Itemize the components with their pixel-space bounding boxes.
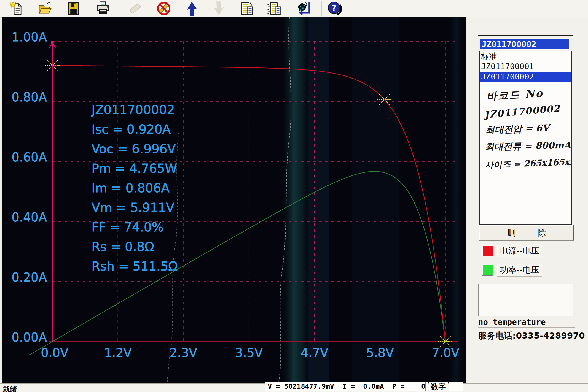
legend-label: 电流--电压 — [497, 245, 542, 257]
delete-button[interactable]: 删 除 — [479, 225, 574, 240]
service-phone: 服务电话:0335-4289970 — [478, 327, 575, 342]
export-data-button[interactable] — [294, 1, 314, 16]
measurement-list[interactable]: 标准 JZ011700001 JZ011700002 바코드 No JZ0117… — [479, 51, 572, 225]
report-icon — [239, 1, 254, 16]
printer-icon — [96, 1, 111, 16]
y-axis-arrow-dot — [51, 41, 54, 44]
svg-text:?: ? — [332, 3, 337, 13]
status-mode-digital: 数字 — [429, 382, 448, 391]
eraser-button[interactable] — [125, 1, 145, 16]
toolbar-separator — [234, 1, 234, 16]
y-tick-label: 0.40A — [12, 210, 47, 224]
print-button[interactable] — [93, 1, 113, 16]
report-detail-icon — [267, 1, 281, 16]
no-edit-icon — [156, 1, 171, 16]
x-tick-label: 5.8V — [366, 346, 394, 360]
x-tick-label: 7.0V — [432, 346, 459, 360]
help-icon: ? — [327, 1, 342, 16]
handwritten-line: 최대전압 = 6V — [485, 121, 570, 137]
report-button[interactable] — [237, 1, 256, 16]
status-measurement-readout: V = 50218477.9mV I = 0.0mA P = 0.0mW — [265, 382, 425, 391]
open-file-button[interactable] — [35, 1, 55, 16]
y-tick-label: 0.20A — [12, 270, 47, 284]
list-item-jz011700002-selected[interactable]: JZ011700002 — [480, 72, 571, 82]
temperature-note: no temperature — [478, 317, 546, 327]
down-arrow-icon — [211, 1, 226, 16]
chart-annotation: Rs = 0.8Ω — [92, 239, 154, 254]
marker-isc-dot — [51, 64, 53, 66]
new-document-icon — [10, 1, 24, 16]
handwritten-line: 바코드 No — [486, 85, 571, 103]
chart-annotation: Im = 0.806A — [92, 181, 170, 195]
toolbar: ? — [0, 0, 588, 18]
chart-annotation: Rsh = 511.5Ω — [92, 259, 178, 274]
scan-band-right — [447, 17, 466, 384]
x-tick-label: 2.3V — [170, 346, 197, 360]
export-data-icon — [297, 1, 312, 16]
handwritten-line: JZ011700002 — [484, 102, 571, 120]
eraser-icon — [128, 1, 143, 16]
toolbar-separator — [89, 1, 89, 16]
legend-label: 功率--电压 — [497, 264, 542, 277]
x-tick-label: 1.2V — [104, 346, 132, 360]
report-detail-button[interactable] — [264, 1, 284, 16]
help-button[interactable]: ? — [325, 1, 345, 16]
barcode-input[interactable]: JZ011700002 — [480, 39, 570, 50]
status-ready-text: 就绪 — [3, 385, 17, 392]
handwritten-line: 사이즈 = 265x165x20 — [485, 156, 570, 171]
chart-annotation: Vm = 5.911V — [92, 200, 174, 215]
up-arrow-icon — [184, 1, 199, 16]
x-tick-label: 0.0V — [41, 346, 68, 360]
list-item-jz011700001[interactable]: JZ011700001 — [480, 61, 571, 72]
panel-top-rule — [478, 35, 573, 36]
empty-field[interactable] — [478, 284, 573, 316]
toolbar-separator — [179, 1, 179, 16]
y-tick-label: 0.60A — [12, 150, 47, 164]
legend-power-voltage: 功率--电压 — [482, 264, 542, 277]
legend-swatch-green — [482, 265, 493, 276]
handwritten-notes: 바코드 No JZ011700002 최대전압 = 6V 최대전류 = 800m… — [480, 82, 571, 169]
list-item-standard[interactable]: 标准 — [480, 51, 571, 61]
x-tick-label: 4.7V — [301, 346, 328, 360]
plot-canvas: 1.00A0.80A0.60A0.40A0.20A0.00A0.0V1.2V2.… — [2, 17, 466, 384]
toolbar-separator — [349, 1, 349, 16]
legend-current-voltage: 电流--电压 — [482, 245, 542, 257]
status-cell — [449, 382, 463, 391]
chart-annotation: JZ011700002 — [91, 102, 175, 117]
toolbar-separator — [120, 1, 120, 16]
y-tick-label: 0.80A — [12, 90, 47, 104]
chart-annotation: Isc = 0.920A — [92, 122, 171, 137]
toolbar-separator — [321, 1, 322, 16]
save-button[interactable] — [63, 1, 83, 16]
chart-annotation: FF = 74.0% — [92, 220, 163, 234]
x-tick-label: 3.5V — [235, 346, 263, 360]
app-window: ? — [0, 0, 588, 392]
no-edit-button[interactable] — [154, 1, 174, 16]
status-tail-line — [464, 388, 588, 388]
new-document-button[interactable] — [7, 1, 27, 16]
scan-band-dark — [352, 17, 399, 384]
move-up-button[interactable] — [182, 1, 202, 16]
toolbar-separator — [290, 1, 290, 16]
side-panel: JZ011700002 标准 JZ011700001 JZ011700002 바… — [466, 17, 588, 384]
iv-curve-chart: 1.00A0.80A0.60A0.40A0.20A0.00A0.0V1.2V2.… — [2, 17, 466, 384]
y-tick-label: 1.00A — [12, 30, 47, 44]
chart-annotation: Pm = 4.765W — [92, 161, 177, 176]
chart-annotation: Voc = 6.996V — [92, 142, 176, 156]
status-cell — [425, 382, 428, 391]
open-folder-icon — [38, 1, 52, 16]
scan-band-teal — [280, 17, 310, 384]
save-floppy-icon — [66, 1, 80, 16]
y-tick-label: 0.00A — [12, 330, 47, 344]
legend-swatch-red — [482, 245, 493, 256]
handwritten-line: 최대전류 = 800mA — [485, 139, 571, 153]
move-down-button[interactable] — [209, 1, 229, 16]
